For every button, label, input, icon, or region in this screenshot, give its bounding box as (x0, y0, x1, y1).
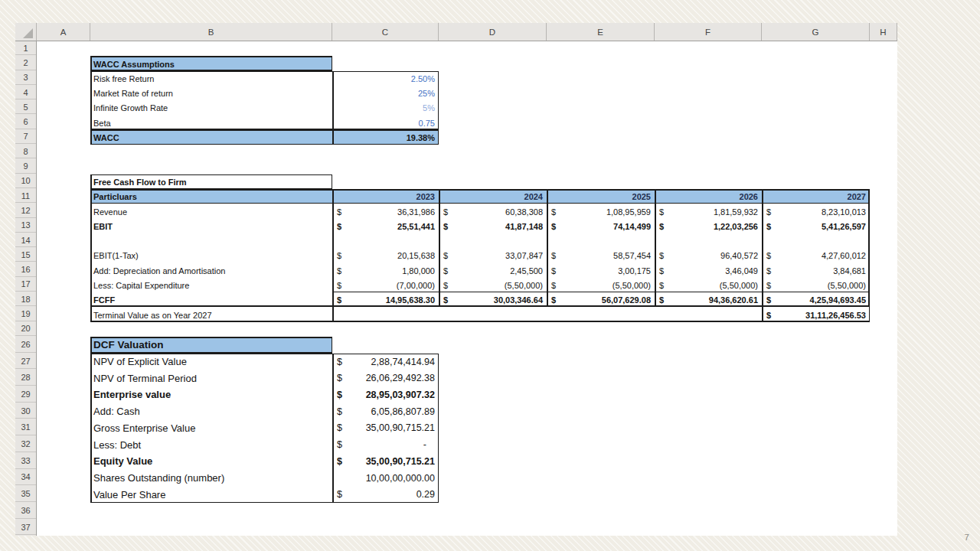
wacc-label-cell[interactable]: Risk free Return (90, 71, 332, 86)
wacc-total-value-cell[interactable]: 19.38% (332, 130, 439, 145)
dcf-title-cell[interactable]: DCF Valuation (90, 337, 332, 354)
fcff-value-cell[interactable]: $(7,00,000) (332, 278, 439, 292)
wacc-value-cell[interactable]: 25% (332, 86, 439, 100)
fcff-row-label-cell[interactable]: Revenue (90, 204, 332, 218)
dcf-label-cell[interactable]: Value Per Share (90, 486, 332, 503)
row-header-35[interactable]: 35 (15, 486, 36, 502)
column-header-B[interactable]: B (90, 23, 332, 41)
fcff-value-cell[interactable]: $96,40,572 (655, 248, 762, 262)
dcf-value-cell[interactable]: $35,00,90,715.21 (332, 420, 439, 437)
row-header-29[interactable]: 29 (15, 386, 36, 403)
fcff-value-cell[interactable]: $25,51,441 (332, 219, 439, 233)
column-header-D[interactable]: D (439, 23, 547, 41)
dcf-label-cell[interactable]: NPV of Terminal Period (90, 370, 332, 386)
fcff-value-cell[interactable]: $60,38,308 (439, 204, 547, 218)
row-header-20[interactable]: 20 (15, 322, 36, 336)
fcff-value-cell[interactable]: $74,14,499 (547, 219, 655, 233)
year-header-cell[interactable]: 2025 (547, 189, 655, 204)
fcff-row-label-cell[interactable]: Add: Depreciation and Amortisation (90, 263, 332, 278)
dcf-value-cell[interactable]: 10,00,00,000.00 (332, 470, 439, 487)
column-header-C[interactable]: C (332, 23, 439, 41)
wacc-label-cell[interactable]: Market Rate of return (90, 86, 332, 100)
fcff-value-cell[interactable]: $33,07,847 (439, 248, 547, 262)
fcff-value-cell[interactable]: $1,22,03,256 (655, 219, 762, 233)
year-header-cell[interactable]: 2026 (655, 189, 762, 204)
wacc-value-cell[interactable]: 2.50% (332, 71, 439, 86)
row-header-7[interactable]: 7 (15, 130, 36, 144)
fcff-value-cell[interactable]: $94,36,620.61 (655, 292, 762, 307)
fcff-value-cell[interactable]: $36,31,986 (332, 204, 439, 218)
dcf-label-cell[interactable]: Shares Outstanding (number) (90, 470, 332, 487)
row-header-28[interactable]: 28 (15, 370, 36, 386)
row-header-5[interactable]: 5 (15, 100, 36, 114)
fcff-value-cell[interactable]: $4,27,60,012 (762, 248, 870, 262)
fcff-row-label-cell[interactable]: EBIT (90, 219, 332, 233)
row-header-34[interactable]: 34 (15, 470, 36, 486)
fcff-value-cell[interactable]: $58,57,454 (547, 248, 655, 262)
row-header-11[interactable]: 11 (15, 189, 36, 203)
row-header-30[interactable]: 30 (15, 403, 36, 419)
dcf-value-cell[interactable]: $26,06,29,492.38 (332, 370, 439, 386)
wacc-value-cell[interactable]: 0.75 (332, 116, 439, 130)
row-header-19[interactable]: 19 (15, 307, 36, 321)
fcff-value-cell[interactable]: $8,23,10,013 (762, 204, 870, 218)
column-header-H[interactable]: H (870, 23, 897, 41)
fcff-value-cell[interactable]: $1,80,000 (332, 263, 439, 278)
fcff-value-cell[interactable]: $(5,50,000) (439, 278, 547, 292)
fcff-value-cell[interactable]: $(5,50,000) (547, 278, 655, 292)
row-header-33[interactable]: 33 (15, 453, 36, 469)
dcf-label-cell[interactable]: Equity Value (90, 453, 332, 470)
row-header-4[interactable]: 4 (15, 86, 36, 99)
dcf-label-cell[interactable]: NPV of Explicit Value (90, 354, 332, 370)
fcff-row-label-cell[interactable]: Less: Capital Expenditure (90, 278, 332, 292)
wacc-label-cell[interactable]: Beta (90, 116, 332, 130)
terminal-value-label-cell[interactable]: Terminal Value as on Year 2027 (90, 307, 332, 321)
row-header-16[interactable]: 16 (15, 263, 36, 277)
column-header-F[interactable]: F (655, 23, 762, 41)
wacc-title-cell[interactable]: WACC Assumptions (90, 56, 332, 70)
year-header-cell[interactable]: 2023 (332, 189, 439, 204)
dcf-value-cell[interactable]: $- (332, 436, 439, 453)
row-header-32[interactable]: 32 (15, 436, 36, 452)
fcff-value-cell[interactable]: $14,95,638.30 (332, 292, 439, 307)
fcff-header-label-cell[interactable]: Particluars (90, 189, 332, 204)
row-header-26[interactable]: 26 (15, 337, 36, 353)
wacc-value-cell[interactable]: 5% (332, 100, 439, 115)
dcf-label-cell[interactable]: Enterprise value (90, 386, 332, 403)
fcff-value-cell[interactable]: $30,03,346.64 (439, 292, 547, 307)
row-header-31[interactable]: 31 (15, 420, 36, 436)
fcff-value-cell[interactable]: $(5,50,000) (762, 278, 870, 292)
row-header-17[interactable]: 17 (15, 278, 36, 292)
fcff-value-cell[interactable]: $3,84,681 (762, 263, 870, 278)
dcf-value-cell[interactable]: $35,00,90,715.21 (332, 453, 439, 470)
row-header-27[interactable]: 27 (15, 354, 36, 370)
row-header-1[interactable]: 1 (15, 41, 36, 55)
row-header-36[interactable]: 36 (15, 503, 36, 519)
dcf-label-cell[interactable]: Add: Cash (90, 403, 332, 420)
fcff-value-cell[interactable]: $1,81,59,932 (655, 204, 762, 218)
fcff-value-cell[interactable]: $3,46,049 (655, 263, 762, 278)
year-header-cell[interactable]: 2024 (439, 189, 547, 204)
fcff-value-cell[interactable]: $20,15,638 (332, 248, 439, 262)
fcff-value-cell[interactable]: $56,07,629.08 (547, 292, 655, 307)
column-header-G[interactable]: G (762, 23, 870, 41)
fcff-value-cell[interactable]: $4,25,94,693.45 (762, 292, 870, 307)
row-header-2[interactable]: 2 (15, 56, 36, 70)
row-header-9[interactable]: 9 (15, 159, 36, 173)
fcff-value-cell[interactable]: $3,00,175 (547, 263, 655, 278)
fcff-value-cell[interactable]: $2,45,500 (439, 263, 547, 278)
row-header-14[interactable]: 14 (15, 233, 36, 247)
row-header-12[interactable]: 12 (15, 204, 36, 217)
dcf-value-cell[interactable]: $6,05,86,807.89 (332, 403, 439, 420)
column-header-E[interactable]: E (547, 23, 655, 41)
year-header-cell[interactable]: 2027 (762, 189, 870, 204)
row-header-3[interactable]: 3 (15, 71, 36, 85)
wacc-total-label-cell[interactable]: WACC (90, 130, 332, 145)
fcff-title-cell[interactable]: Free Cash Flow to Firm (90, 174, 332, 189)
dcf-label-cell[interactable]: Less: Debt (90, 436, 332, 453)
fcff-value-cell[interactable]: $(5,50,000) (655, 278, 762, 292)
fcff-value-cell[interactable]: $41,87,148 (439, 219, 547, 233)
fcff-row-label-cell[interactable]: EBIT(1-Tax) (90, 248, 332, 262)
row-header-15[interactable]: 15 (15, 248, 36, 262)
row-header-10[interactable]: 10 (15, 174, 36, 188)
